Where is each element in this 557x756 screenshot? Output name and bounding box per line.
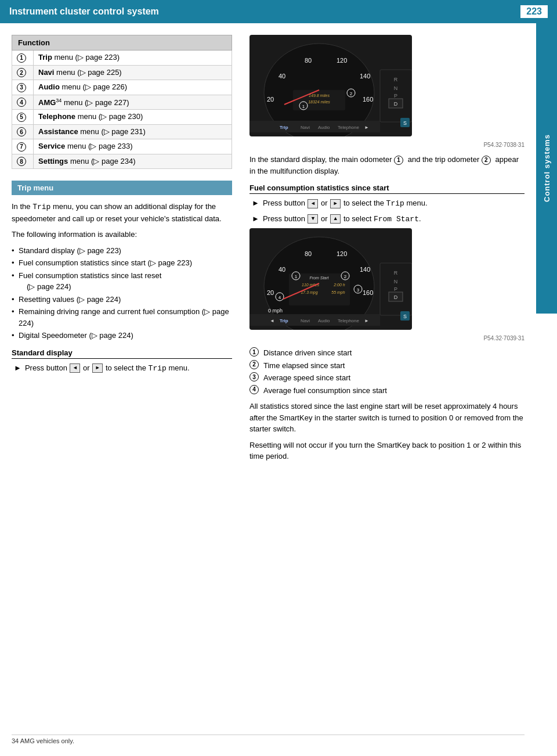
arrow-icon-2: ► [252, 197, 259, 209]
header-title: Instrument cluster control system [9, 6, 159, 17]
fuel-instruction-1: ► Press button ◄ or ► to select the Trip… [249, 197, 525, 210]
footnote: 34 AMG vehicles only. [12, 735, 525, 744]
table-row: 4 AMG34 menu (▷ page 227) [12, 95, 232, 110]
svg-text:◄: ◄ [270, 318, 274, 323]
circle-2: 2 [249, 360, 259, 369]
image-caption-2: P54.32·7039·31 [249, 335, 525, 341]
list-item: Fuel consumption statistics since start … [12, 257, 232, 269]
svg-text:149.8 miles: 149.8 miles [309, 93, 330, 98]
svg-text:120: 120 [337, 250, 347, 257]
circle-num-3: 3 [17, 83, 26, 92]
svg-text:Audio: Audio [318, 125, 330, 130]
svg-text:Trip: Trip [280, 125, 288, 130]
trip-menu-header: Trip menu [12, 181, 232, 195]
list-item-4: 4 Average fuel consumption since start [249, 385, 525, 397]
sidebar-tab: Control systems [536, 23, 557, 314]
svg-text:Navi: Navi [301, 125, 310, 130]
svg-text:160: 160 [363, 96, 373, 103]
svg-text:2: 2 [350, 91, 353, 96]
function-table-header: Function [12, 35, 232, 51]
trip-menu-intro: In the Trip menu, you can show an additi… [12, 201, 232, 224]
svg-text:160: 160 [363, 289, 373, 296]
svg-text:R: R [394, 270, 398, 276]
list-item-1: 1 Distance driven since start [249, 347, 525, 359]
svg-text:From Start: From Start [309, 276, 329, 280]
svg-text:140: 140 [360, 73, 370, 80]
table-row: 1 Trip menu (▷ page 223) [12, 51, 232, 66]
image-caption-1: P54.32·7038·31 [249, 142, 525, 148]
circle-num-6: 6 [17, 127, 26, 136]
svg-text:17.3 mpg: 17.3 mpg [301, 290, 317, 295]
svg-text:1: 1 [302, 104, 305, 109]
func-row-2: Navi menu (▷ page 225) [34, 65, 232, 80]
circle-num-7: 7 [17, 142, 26, 152]
svg-text:N: N [394, 279, 398, 285]
list-item: Fuel consumption statistics since last r… [12, 270, 232, 293]
cluster-image-2: 20 40 80 120 140 160 From Start 110 mile… [249, 228, 525, 332]
list-item-2: 2 Time elapsed since start [249, 360, 525, 372]
right-button-icon: ► [92, 363, 103, 373]
standard-display-desc: In the standard display, the main odomet… [249, 154, 525, 177]
svg-rect-17 [249, 121, 380, 132]
fuel-info-text-2: Resetting will not occur if you turn the… [249, 440, 525, 462]
trip-menu-list: Standard display (▷ page 223) Fuel consu… [12, 245, 232, 341]
standard-display-header: Standard display [12, 348, 232, 359]
svg-text:D: D [394, 101, 398, 107]
func-row-6: Assistance menu (▷ page 231) [34, 124, 232, 139]
svg-text:55 mph: 55 mph [331, 290, 345, 295]
svg-text:4: 4 [278, 295, 281, 300]
up-btn: ▲ [330, 214, 341, 224]
instruction-text: Press button ◄ or ► to select the Trip m… [25, 362, 190, 375]
svg-text:40: 40 [278, 73, 285, 80]
arrow-icon: ► [14, 362, 21, 374]
svg-text:18324 miles: 18324 miles [308, 100, 330, 104]
svg-text:40: 40 [278, 266, 285, 273]
svg-text:120: 120 [337, 57, 347, 64]
list-item-3: 3 Average speed since start [249, 372, 525, 384]
svg-text:0 mph: 0 mph [268, 308, 283, 314]
circle-num-8: 8 [17, 157, 26, 166]
list-item: Standard display (▷ page 223) [12, 245, 232, 257]
svg-text:R: R [394, 77, 398, 82]
svg-text:P: P [394, 93, 397, 99]
left-btn-2: ◄ [308, 199, 318, 208]
table-row: 7 Service menu (▷ page 233) [12, 139, 232, 154]
right-btn-2: ► [330, 199, 341, 208]
circle-4: 4 [249, 385, 259, 394]
svg-text:►: ► [364, 318, 369, 323]
func-row-1: Trip menu (▷ page 223) [34, 51, 232, 66]
svg-text:S: S [403, 120, 407, 126]
svg-text:80: 80 [305, 250, 312, 257]
svg-text:Trip: Trip [280, 318, 288, 323]
svg-text:D: D [394, 294, 398, 300]
left-column: Function 1 Trip menu (▷ page 223) 2 Navi… [12, 35, 232, 467]
standard-display-instruction: ► Press button ◄ or ► to select the Trip… [12, 362, 232, 375]
available-label: The following information is available: [12, 229, 232, 240]
svg-text:S: S [403, 314, 407, 319]
fuel-stats-header: Fuel consumption statistics since start [249, 183, 525, 194]
table-row: 5 Telephone menu (▷ page 230) [12, 110, 232, 125]
arrow-icon-3: ► [252, 213, 259, 225]
left-button-icon: ◄ [70, 363, 80, 373]
fuel-inst-text-2: Press button ▼ or ▲ to select From Start… [263, 213, 421, 225]
svg-text:Telephone: Telephone [338, 318, 359, 323]
table-row: 8 Settings menu (▷ page 234) [12, 154, 232, 169]
svg-text:P: P [394, 286, 397, 292]
func-row-8: Settings menu (▷ page 234) [34, 154, 232, 169]
svg-text:20: 20 [267, 289, 274, 296]
svg-text:2:00 h: 2:00 h [333, 283, 345, 287]
list-item: Digital Speedometer (▷ page 224) [12, 330, 232, 341]
right-column: 20 40 80 120 140 160 149.8 miles 18324 m… [244, 35, 525, 467]
func-row-3: Audio menu (▷ page 226) [34, 80, 232, 95]
svg-rect-56 [249, 314, 380, 326]
svg-text:80: 80 [305, 57, 312, 64]
svg-text:1: 1 [295, 274, 298, 279]
page-header: Instrument cluster control system 223 [0, 0, 557, 23]
function-table: Function 1 Trip menu (▷ page 223) 2 Navi… [12, 35, 232, 169]
svg-text:Audio: Audio [318, 318, 330, 323]
main-content: Function 1 Trip menu (▷ page 223) 2 Navi… [0, 23, 536, 478]
svg-text:20: 20 [267, 96, 274, 103]
fuel-stats-list: 1 Distance driven since start 2 Time ela… [249, 347, 525, 396]
fuel-inst-text-1: Press button ◄ or ► to select the Trip m… [263, 197, 428, 210]
func-row-4: AMG34 menu (▷ page 227) [34, 95, 232, 110]
